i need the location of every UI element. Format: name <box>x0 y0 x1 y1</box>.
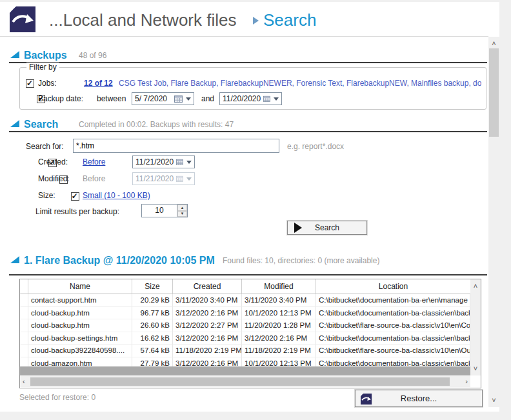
row-selector-cell[interactable] <box>20 319 28 332</box>
jobs-count-link[interactable]: 12 of 12 <box>84 79 113 88</box>
jobs-list: CSG Test Job, Flare Backup, FlarebackupN… <box>119 79 481 88</box>
table-row[interactable]: contact-support.htm20.29 kB3/11/2020 3:4… <box>20 294 470 307</box>
search-section-title: Search <box>24 119 58 130</box>
table-cell[interactable]: cloud-backup.htm <box>28 319 132 332</box>
table-cell[interactable]: 10/1/2020 12:13 PM <box>242 307 316 320</box>
main-scroll-up-icon[interactable]: ˄ <box>488 40 499 47</box>
main-vertical-scrollbar[interactable]: ˄ ˅ <box>488 37 499 407</box>
created-date-picker[interactable]: 11/21/2020 <box>132 155 195 168</box>
created-before-link[interactable]: Before <box>83 157 105 166</box>
table-cell[interactable]: 11/18/2020 2:19 PM <box>173 345 242 357</box>
table-cell[interactable]: 96.77 kB <box>132 307 173 320</box>
table-cell[interactable]: cloud-backup3922840598.... <box>28 345 132 357</box>
search-hint: e.g. report*.docx <box>287 142 344 151</box>
restore-app-icon <box>10 6 37 32</box>
table-cell[interactable]: C:\bitbucket\flare-source-ba-classic\v10… <box>316 345 470 357</box>
backups-collapse-icon[interactable] <box>10 51 19 58</box>
table-cell[interactable]: cloud-backup.htm <box>28 307 132 320</box>
table-cell[interactable]: C:\bitbucket\documentation-ba-classic\en… <box>316 307 470 320</box>
selected-for-restore-text: Selected for restore: 0 <box>19 393 95 402</box>
main-scroll-down-icon[interactable]: ˅ <box>488 397 499 404</box>
table-cell[interactable]: 3/12/2020 2:16 PM <box>173 307 242 320</box>
column-header-size[interactable]: Size <box>132 279 173 294</box>
table-cell[interactable]: 20.29 kB <box>132 294 173 307</box>
results-divider <box>9 274 487 275</box>
results-status: Found files: 10, directories: 0 (more av… <box>223 256 379 265</box>
backup-date-from-picker[interactable]: 5/ 7/2020 <box>132 92 194 105</box>
table-cell[interactable]: 57.64 kB <box>132 345 173 357</box>
horizontal-scroll-thumb[interactable] <box>30 377 450 386</box>
table-cell[interactable]: 26.60 kB <box>132 319 173 332</box>
row-selector-cell[interactable] <box>20 345 28 357</box>
search-for-label: Search for: <box>26 142 64 151</box>
breadcrumb-current[interactable]: Search <box>263 10 316 30</box>
spinner-buttons[interactable]: ▲▼ <box>177 205 187 217</box>
column-header-modified[interactable]: Modified <box>242 279 316 294</box>
restore-icon <box>361 393 372 405</box>
table-horizontal-scrollbar[interactable]: ‹ › <box>20 376 470 387</box>
results-table-header: Name Size Created Modified Location <box>20 279 470 294</box>
modified-before-text: Before <box>83 174 105 183</box>
breadcrumb-root[interactable]: ...Local and Network files <box>49 10 236 30</box>
row-selector-cell[interactable] <box>20 332 28 345</box>
filter-by-legend: Filter by <box>26 63 59 72</box>
dropdown-arrow-icon[interactable] <box>186 161 192 164</box>
table-cell[interactable]: 3/12/2020 2:16 PM <box>242 332 316 345</box>
table-cell[interactable]: C:\bitbucket\documentation-ba-classic\en… <box>316 332 470 345</box>
jobs-checkbox[interactable] <box>26 79 34 88</box>
dropdown-arrow-icon[interactable] <box>274 97 279 101</box>
row-selector-cell[interactable] <box>20 307 28 320</box>
created-date-value: 11/21/2020 <box>135 157 174 166</box>
table-cell[interactable]: C:\bitbucket\flare-source-ba-classic\v10… <box>316 319 470 332</box>
table-cell[interactable]: 16.62 kB <box>132 332 173 345</box>
table-cell[interactable]: 3/12/2020 2:27 PM <box>173 319 242 332</box>
table-row[interactable]: cloud-backup.htm96.77 kB3/12/2020 2:16 P… <box>20 307 470 320</box>
spin-down-icon[interactable]: ▼ <box>177 211 187 217</box>
row-selector-cell[interactable] <box>20 294 28 307</box>
scroll-right-icon[interactable]: › <box>465 378 468 385</box>
spin-up-icon[interactable]: ▲ <box>177 205 187 211</box>
and-label: and <box>201 94 214 103</box>
main-scroll-thumb[interactable] <box>489 48 499 137</box>
table-cell[interactable]: cloud-backup-settings.htm <box>28 332 132 345</box>
table-row[interactable]: cloud-backup3922840598....57.64 kB11/18/… <box>20 345 470 357</box>
table-row[interactable]: cloud-backup-settings.htm16.62 kB3/12/20… <box>20 332 470 345</box>
top-edge <box>0 0 511 2</box>
limit-label: Limit results per backup: <box>35 207 119 216</box>
scroll-left-icon[interactable]: ‹ <box>23 378 25 385</box>
column-header-created[interactable]: Created <box>173 279 242 294</box>
table-cell[interactable]: C:\bitbucket\documentation-ba-er\en\mana… <box>316 294 470 307</box>
backup-date-label: Backup date: <box>38 94 83 103</box>
dropdown-arrow-icon[interactable] <box>186 97 191 101</box>
table-cell[interactable]: 11/20/2020 1:28 PM <box>242 319 316 332</box>
table-cell[interactable]: contact-support.htm <box>28 294 132 307</box>
restore-button[interactable]: Restore... <box>355 390 483 407</box>
search-input[interactable] <box>73 139 279 153</box>
backup-date-to-picker[interactable]: 11/20/2020 <box>219 92 282 105</box>
table-cell[interactable]: 3/11/2020 3:40 PM <box>173 294 242 307</box>
restore-button-label: Restore... <box>401 394 437 403</box>
selector-column-header <box>20 279 28 294</box>
table-vertical-scrollbar[interactable]: ˄ ˅ <box>470 279 481 375</box>
results-collapse-icon[interactable] <box>10 256 19 263</box>
backup-date-from-value: 5/ 7/2020 <box>135 94 172 103</box>
table-cell[interactable]: 11/18/2020 2:19 PM <box>242 345 316 357</box>
selected-row-band[interactable] <box>20 366 470 375</box>
search-button[interactable]: Search <box>287 221 367 235</box>
scroll-up-icon[interactable]: ˄ <box>470 283 481 290</box>
table-cell[interactable]: 3/11/2020 3:40 PM <box>242 294 316 307</box>
table-row[interactable]: cloud-backup.htm26.60 kB3/12/2020 2:27 P… <box>20 319 470 332</box>
size-range-link[interactable]: Small (10 - 100 KB) <box>83 191 150 200</box>
column-header-location[interactable]: Location <box>316 279 470 294</box>
size-checkbox[interactable] <box>71 192 79 201</box>
backup-date-to-value: 11/20/2020 <box>223 94 261 103</box>
play-icon <box>294 223 302 233</box>
column-header-name[interactable]: Name <box>28 279 132 294</box>
search-collapse-icon[interactable] <box>10 120 19 127</box>
table-cell[interactable]: 3/12/2020 2:16 PM <box>173 332 242 345</box>
limit-spinner[interactable]: 10 ▲▼ <box>141 204 188 217</box>
scroll-down-icon[interactable]: ˅ <box>470 365 481 372</box>
backups-section-title: Backups <box>24 50 67 61</box>
breadcrumb-arrow-icon <box>253 17 259 25</box>
header-divider <box>0 36 488 37</box>
